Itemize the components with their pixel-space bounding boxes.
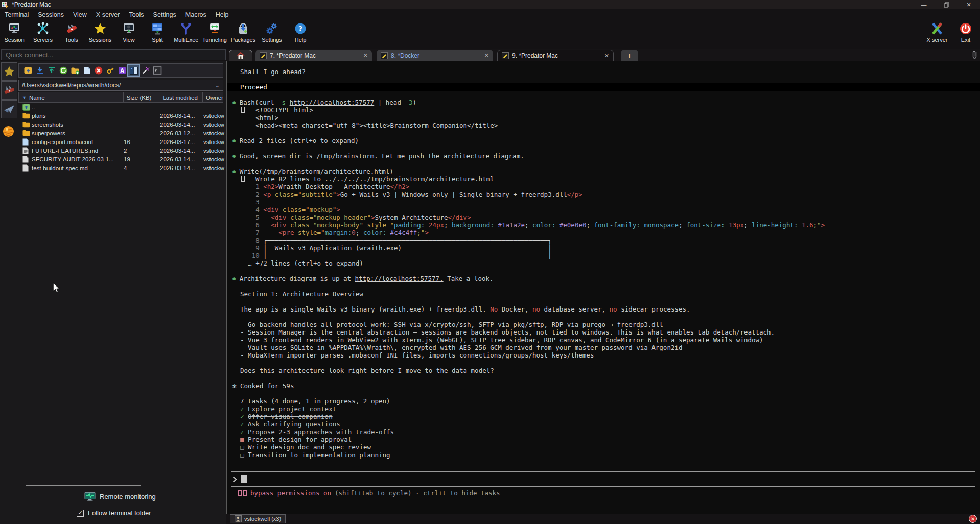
help-icon: ? — [294, 21, 307, 36]
follow-terminal-folder[interactable]: ✓ Follow terminal folder — [77, 509, 151, 517]
toolbar-servers-button[interactable]: Servers — [29, 21, 57, 43]
new-tab-button[interactable]: + — [621, 50, 638, 61]
menu-sessions[interactable]: Sessions — [33, 10, 68, 19]
close-icon[interactable]: ✕ — [358, 52, 368, 59]
file-owner: vstockw — [203, 139, 224, 145]
selected-option[interactable]: Proceed — [227, 83, 980, 91]
terminal-box-icon[interactable] — [151, 65, 163, 76]
toolbar-settings-button[interactable]: Settings — [258, 21, 286, 43]
close-icon[interactable]: ✕ — [599, 53, 609, 59]
paperclip-icon[interactable] — [971, 50, 978, 62]
quick-connect-input[interactable] — [1, 49, 226, 60]
download-icon[interactable] — [34, 65, 45, 76]
toolbar-multiexec-button[interactable]: MultiExec — [172, 21, 200, 43]
menu-terminal[interactable]: Terminal — [0, 10, 33, 19]
toolbar-help-button[interactable]: ?Help — [286, 21, 315, 43]
terminal-tab-icon — [260, 52, 267, 59]
close-icon[interactable]: ✕ — [479, 52, 489, 59]
prompt-input[interactable] — [231, 472, 975, 486]
tab-9-predator-mac[interactable]: 9. *Predator Mac✕ — [497, 50, 614, 61]
file-row--[interactable]: .. — [18, 103, 223, 111]
file-size: 2 — [124, 148, 127, 154]
file-icon — [22, 138, 30, 146]
column-header-owner[interactable]: Owner — [203, 92, 223, 102]
column-header-name[interactable]: ▼Name — [19, 92, 124, 102]
toolbar-split-button[interactable]: Split — [143, 21, 172, 43]
minimize-button[interactable]: — — [913, 0, 935, 9]
menu-view[interactable]: View — [68, 10, 91, 19]
terminal-line: ⏺ Bash(curl -s http://localhost:57577 | … — [227, 99, 980, 106]
macros-plane-icon[interactable] — [1, 100, 17, 118]
panel-toggle-icon[interactable] — [128, 65, 139, 76]
tunneling-icon — [208, 21, 221, 36]
tools-knife-icon[interactable] — [1, 81, 17, 100]
home-icon — [237, 52, 245, 60]
tab-home[interactable] — [229, 50, 252, 61]
file-row-superpowers[interactable]: superpowers2026-03-12...vstockw — [18, 129, 223, 137]
toolbar-tools-button[interactable]: Tools — [57, 21, 86, 43]
file-row-screenshots[interactable]: screenshots2026-03-14...vstockw — [18, 120, 223, 129]
tools-icon — [65, 21, 78, 36]
file-row-plans[interactable]: plans2026-03-14...vstockw — [18, 111, 223, 120]
refresh-icon[interactable] — [57, 65, 69, 76]
current-path: /Users/vstockwell/repos/wraith/docs/ — [22, 82, 121, 89]
toolbar-session-button[interactable]: Session — [0, 21, 29, 43]
tab-7-predator-mac[interactable]: 7. *Predator Mac✕ — [255, 50, 372, 61]
terminal-line — [227, 160, 980, 168]
terminal-line: - Vue 3 frontend renders in WebView2 wit… — [227, 336, 980, 344]
toolbar-x-server-button[interactable]: X server — [923, 21, 951, 43]
key-icon[interactable] — [104, 65, 116, 76]
svg-text:A: A — [120, 68, 124, 74]
menu-settings[interactable]: Settings — [149, 10, 181, 19]
menu-x-server[interactable]: X server — [91, 10, 125, 19]
multiexec-icon — [179, 21, 193, 36]
globe-icon[interactable] — [3, 126, 14, 139]
sidebar-file-panel: A /Users/vstockwell/repos/wraith/docs/ ⌄… — [0, 61, 226, 524]
delete-icon[interactable] — [92, 65, 104, 76]
file-row-config-export-mobaconf[interactable]: config-export.mobaconf162026-03-17...vst… — [18, 137, 223, 146]
new-file-icon[interactable] — [81, 65, 92, 76]
toolbar-packages-button[interactable]: Packages — [229, 21, 258, 43]
title-bar: *Predator Mac — ✕ — [0, 0, 980, 9]
upload-icon[interactable] — [45, 65, 57, 76]
chevron-down-icon[interactable]: ⌄ — [215, 82, 220, 89]
toolbar-tunneling-button[interactable]: Tunneling — [200, 21, 229, 43]
restore-button[interactable] — [935, 0, 958, 9]
toolbar-view-button[interactable]: View — [114, 21, 143, 43]
new-folder-icon[interactable] — [69, 65, 81, 76]
column-header-modified[interactable]: Last modified — [159, 92, 203, 102]
folder-icon — [22, 112, 30, 120]
file-toolbar: A — [18, 63, 223, 78]
menu-macros[interactable]: Macros — [181, 10, 211, 19]
file-table-header: ▼Name Size (KB) Last modified Owner — [18, 92, 223, 103]
file-row-SECURITY-AUDIT-2026-03-1-[interactable]: SECURITY-AUDIT-2026-03-1...192026-03-14.… — [18, 155, 223, 163]
toolbar-label: Help — [295, 37, 307, 43]
toolbar-label: Packages — [231, 37, 255, 43]
close-button[interactable]: ✕ — [958, 0, 980, 9]
path-bar[interactable]: /Users/vstockwell/repos/wraith/docs/ ⌄ — [18, 80, 223, 91]
wand-icon[interactable] — [139, 65, 151, 76]
font-icon[interactable]: A — [116, 65, 128, 76]
menu-help[interactable]: Help — [211, 10, 234, 19]
session-user-tab[interactable]: vstockwell (x3) — [230, 514, 286, 523]
close-session-button[interactable]: ✕ — [969, 515, 977, 523]
terminal-line: - MobaXTerm importer parses .mobaconf IN… — [227, 351, 980, 359]
file-row-FUTURE-FEATURES-md[interactable]: FUTURE-FEATURES.md22026-03-14...vstockw — [18, 146, 223, 155]
file-row-test-buildout-spec-md[interactable]: test-buildout-spec.md42026-03-14...vstoc… — [18, 163, 223, 172]
tab-8-docker[interactable]: 8. *Docker✕ — [377, 50, 493, 61]
toolbar-label: Session — [4, 37, 24, 43]
terminal-pane[interactable]: Shall I go ahead? Proceed⏺ Bash(curl -s … — [226, 61, 980, 514]
file-name: config-export.mobaconf — [32, 139, 93, 145]
file-owner: vstockw — [203, 165, 224, 171]
column-header-size[interactable]: Size (KB) — [124, 92, 160, 102]
remote-monitoring[interactable]: Remote monitoring — [84, 492, 156, 502]
file-owner: vstockw — [203, 156, 224, 162]
terminal-line: - Go backend handles all protocol work: … — [227, 321, 980, 328]
menu-tools[interactable]: Tools — [124, 10, 148, 19]
checkbox-checked[interactable]: ✓ — [77, 510, 84, 517]
toolbar-sessions-button[interactable]: Sessions — [86, 21, 114, 43]
favorites-star-icon[interactable] — [1, 62, 17, 81]
file-modified: 2026-03-12... — [160, 130, 195, 136]
toolbar-exit-button[interactable]: Exit — [951, 21, 980, 43]
folder-up-icon[interactable] — [22, 65, 34, 76]
